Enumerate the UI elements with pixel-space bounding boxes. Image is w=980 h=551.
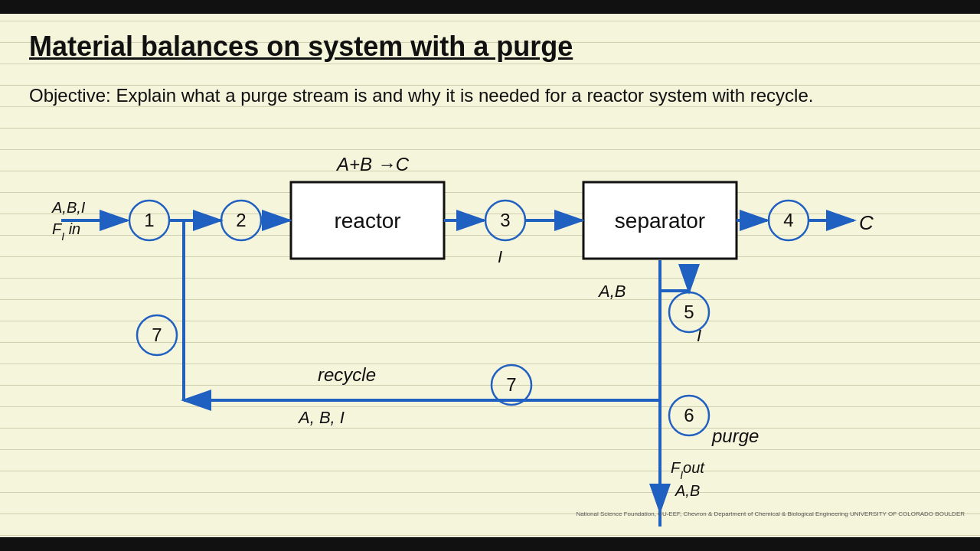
node-6-label: 6 (684, 405, 694, 425)
feed-species-label: A,B,I (51, 199, 86, 216)
separator-label: separator (615, 209, 705, 233)
purge-species-label: A,B (675, 482, 700, 499)
feed-flow-label: FI in (52, 220, 80, 243)
node-3-label: 3 (500, 210, 510, 230)
node-5-label: 5 (684, 302, 694, 322)
recycle-species-label: A, B, I (297, 408, 345, 427)
content-area: Material balances on system with a purge… (0, 14, 980, 537)
top-bar (0, 0, 980, 14)
reaction-equation: A+B →C (335, 154, 410, 174)
purge-label: purge (711, 425, 759, 446)
watermark-text: National Science Foundation, CU-EEF, Che… (576, 510, 965, 518)
purge-flow-label: FIout (671, 459, 705, 481)
stream5-i-label: I (697, 326, 701, 345)
node-1-label: 1 (144, 210, 154, 230)
page-title: Material balances on system with a purge (29, 31, 573, 63)
recycle-label: recycle (318, 364, 376, 385)
objective-text: Objective: Explain what a purge stream i… (29, 83, 813, 109)
bottom-bar (0, 537, 980, 551)
reactor-label: reactor (334, 209, 400, 233)
product-c-label: C (859, 211, 874, 234)
node-4-label: 4 (783, 210, 793, 230)
node-7a-label: 7 (152, 324, 162, 345)
node-2-label: 2 (236, 210, 246, 230)
separator-ab-label: A,B (597, 282, 626, 301)
node-7b-label: 7 (506, 374, 516, 395)
process-diagram: A+B →C reactor separator 1 2 3 4 5 6 7 7 (0, 144, 980, 549)
stream3-below-label: I (498, 247, 502, 266)
